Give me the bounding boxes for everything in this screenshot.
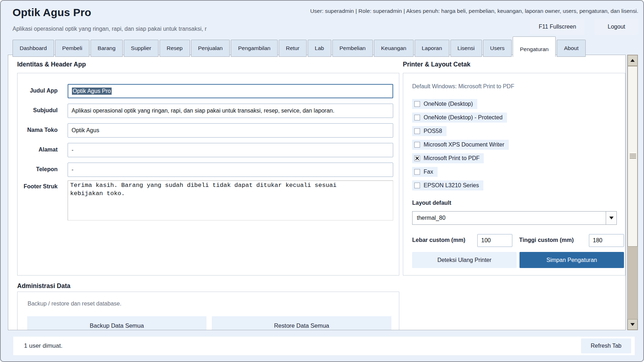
tab-pengambilan[interactable]: Pengambilan [231,40,277,57]
scrollbar-grip [630,154,636,159]
arrow-down-icon [630,323,635,326]
printer-option-fax[interactable]: Fax [412,167,438,177]
combobox-dropdown-button[interactable] [606,212,616,224]
checkbox[interactable] [414,128,420,134]
printer-option-label: Microsoft XPS Document Writer [424,142,504,148]
status-text: 1 user dimuat. [24,342,63,349]
default-printer-info: Default Windows: Microsoft Print to PDF [412,83,514,90]
admin-section-heading: Administrasi Data [17,282,70,290]
user-role-info: User: superadmin | Role: superadmin | Ak… [310,8,638,14]
nama-toko-input[interactable] [68,123,393,138]
layout-default-value: thermal_80 [413,215,445,221]
app-title: Optik Agus Pro [13,6,91,19]
tab-pembelian[interactable]: Pembelian [332,40,373,57]
tab-keuangan[interactable]: Keuangan [374,40,414,57]
layout-default-label: Layout default [412,200,451,206]
tab-about[interactable]: About [557,40,586,57]
tab-bar: Dashboard Pembeli Barang Supplier Resep … [13,36,587,57]
tinggi-custom-input[interactable] [589,234,624,247]
printer-option-onenote[interactable]: OneNote (Desktop) [412,99,477,109]
checkbox[interactable] [414,115,420,120]
printer-group-box: Default Windows: Microsoft Print to PDF … [403,73,625,276]
printer-option-epson[interactable]: EPSON L3210 Series [412,180,483,190]
alamat-label: Alamat [18,147,58,153]
tab-users[interactable]: Users [483,40,512,57]
scrollbar-down-button[interactable] [628,319,638,330]
printer-option-print-to-pdf[interactable]: Microsoft Print to PDF [412,153,484,163]
tab-lab[interactable]: Lab [308,40,331,57]
identity-section-heading: Identitas & Header App [17,61,86,68]
restore-data-button[interactable]: Restore Data Semua [212,316,391,330]
subjudul-input[interactable] [68,104,393,118]
judul-app-input[interactable]: Optik Agus Pro [68,84,393,98]
fullscreen-button[interactable]: F11 Fullscreen [530,19,585,35]
arrow-up-icon [630,59,635,62]
scrollbar-up-button[interactable] [628,55,638,66]
printer-option-label: EPSON L3210 Series [424,182,479,189]
alamat-input[interactable] [68,143,393,157]
identity-group-box: Judul App Optik Agus Pro Subjudul Nama T… [17,73,399,276]
subjudul-label: Subjudul [18,107,58,114]
printer-section-heading: Printer & Layout Cetak [403,61,470,68]
checkbox[interactable] [414,183,420,188]
telepon-input[interactable] [68,163,393,177]
footer-struk-label: Footer Struk [18,183,58,190]
tab-pengaturan[interactable]: Pengaturan [513,36,556,57]
tab-lisensi[interactable]: Lisensi [450,40,482,57]
tab-dashboard[interactable]: Dashboard [13,40,54,57]
footer-struk-textarea[interactable]: Terima kasih. Barang yang sudah dibeli t… [68,180,393,220]
admin-group-box: Backup / restore dan reset database. Bac… [17,292,399,330]
vertical-scrollbar[interactable] [627,55,638,330]
refresh-tab-button[interactable]: Refresh Tab [581,338,631,353]
printer-option-pos58[interactable]: POS58 [412,126,447,136]
checkbox[interactable] [414,101,420,107]
printer-option-label: OneNote (Desktop) - Protected [424,114,503,121]
printer-option-label: OneNote (Desktop) [424,101,473,107]
backup-data-button[interactable]: Backup Data Semua [27,316,206,330]
tab-supplier[interactable]: Supplier [124,40,158,57]
printer-option-label: Fax [424,169,433,175]
settings-panel: Identitas & Header App Judul App Optik A… [8,55,626,330]
layout-default-combobox[interactable]: thermal_80 [412,211,617,225]
tab-barang[interactable]: Barang [91,40,123,57]
lebar-custom-input[interactable] [477,234,512,247]
status-bar: 1 user dimuat. Refresh Tab [13,337,635,355]
tab-resep[interactable]: Resep [160,40,190,57]
app-subtitle: Aplikasi operasional optik yang ringan, … [13,26,207,32]
tinggi-custom-label: Tinggi custom (mm) [519,237,574,243]
tab-pembeli[interactable]: Pembeli [55,40,89,57]
tab-penjualan[interactable]: Penjualan [191,40,230,57]
printer-option-label: Microsoft Print to PDF [424,155,479,162]
printer-option-label: POS58 [424,128,442,134]
app-window: Optik Agus Pro Aplikasi operasional opti… [0,0,644,362]
selected-text: Optik Agus Pro [72,88,112,95]
logout-button[interactable]: Logout [595,19,638,35]
tab-retur[interactable]: Retur [279,40,307,57]
checkbox[interactable] [414,155,420,161]
scrollbar-thumb[interactable] [628,66,638,247]
printer-option-xps[interactable]: Microsoft XPS Document Writer [412,140,509,150]
judul-app-label: Judul App [18,88,58,94]
chevron-down-icon [609,217,614,219]
nama-toko-label: Nama Toko [18,127,58,133]
save-settings-button[interactable]: Simpan Pengaturan [519,252,624,268]
checkbox[interactable] [414,169,420,175]
lebar-custom-label: Lebar custom (mm) [412,237,465,243]
tab-laporan[interactable]: Laporan [415,40,449,57]
detect-printer-button[interactable]: Deteksi Ulang Printer [412,252,517,268]
admin-description: Backup / restore dan reset database. [28,301,121,307]
checkbox[interactable] [414,142,420,148]
telepon-label: Telepon [18,166,58,173]
printer-option-onenote-protected[interactable]: OneNote (Desktop) - Protected [412,113,507,123]
